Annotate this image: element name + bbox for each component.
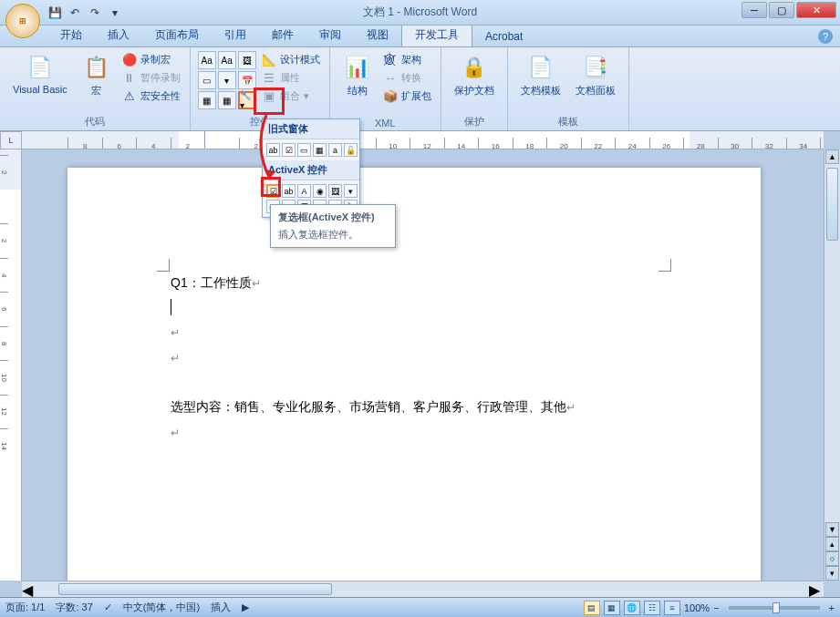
web-view-button[interactable]: 🌐 xyxy=(624,601,640,615)
pause-record-button: ⏸暂停录制 xyxy=(120,69,182,86)
document-page[interactable]: Q1：工作性质↵ ↵ ↵ 选型内容：销售、专业化服务、市场营销、客户服务、行政管… xyxy=(67,168,761,581)
tab-view[interactable]: 视图 xyxy=(354,24,401,46)
work-area: L 86422468101214161820222426283032343638… xyxy=(0,131,840,597)
record-macro-button[interactable]: 🔴录制宏 xyxy=(120,51,182,67)
activex-more-button[interactable]: ▾ xyxy=(344,184,358,198)
building-block-button[interactable]: ▦ xyxy=(198,91,216,109)
macros-button[interactable]: 📋 宏 xyxy=(77,51,117,99)
activex-label-button[interactable]: A xyxy=(297,184,311,198)
status-page[interactable]: 页面: 1/1 xyxy=(5,601,45,614)
legacy-frame-button[interactable]: ▦ xyxy=(313,143,327,157)
expansion-button[interactable]: 📦扩展包 xyxy=(381,87,433,104)
combobox-control-button[interactable]: ▭ xyxy=(198,71,216,89)
status-mode[interactable]: 插入 xyxy=(211,601,231,614)
tab-references[interactable]: 引用 xyxy=(212,24,259,46)
date-control-button[interactable]: 📅 xyxy=(238,71,256,89)
tab-review[interactable]: 审阅 xyxy=(306,24,354,46)
hscroll-thumb[interactable] xyxy=(58,583,332,595)
draft-view-button[interactable]: ≡ xyxy=(664,601,680,615)
dropdown-control-button[interactable]: ▾ xyxy=(218,71,236,89)
undo-icon[interactable]: ↶ xyxy=(67,5,82,20)
text-control-button[interactable]: Aa xyxy=(218,51,236,69)
help-button[interactable]: ? xyxy=(818,29,833,44)
scroll-up-button[interactable]: ▲ xyxy=(825,149,839,164)
document-content[interactable]: Q1：工作性质↵ ↵ ↵ 选型内容：销售、专业化服务、市场营销、客户服务、行政管… xyxy=(171,270,658,445)
zoom-out-button[interactable]: − xyxy=(713,602,719,613)
tab-mail[interactable]: 邮件 xyxy=(259,24,306,46)
protect-document-button[interactable]: 🔒 保护文档 xyxy=(449,51,500,99)
save-icon[interactable]: 💾 xyxy=(47,5,62,20)
browse-prev-button[interactable]: ▴ xyxy=(825,537,839,551)
legacy-tools-cell: ▦ xyxy=(218,91,236,109)
richtext-control-button[interactable]: Aa xyxy=(198,51,216,69)
design-mode-button[interactable]: 📐设计模式 xyxy=(260,51,322,67)
legacy-textfield-button[interactable]: ab xyxy=(266,143,280,157)
vertical-ruler[interactable]: 22468101214 xyxy=(0,149,22,581)
browse-select-button[interactable]: ○ xyxy=(825,551,839,566)
scroll-left-button[interactable]: ◀ xyxy=(22,581,36,597)
office-button[interactable]: ⊞ xyxy=(5,4,40,38)
maximize-button[interactable]: ▢ xyxy=(769,2,794,18)
proofing-icon[interactable]: ✓ xyxy=(104,602,112,613)
group-templates: 📄 文档模板 📑 文档面板 模板 xyxy=(508,47,629,130)
document-viewport[interactable]: Q1：工作性质↵ ↵ ↵ 选型内容：销售、专业化服务、市场营销、客户服务、行政管… xyxy=(22,149,824,581)
document-template-button[interactable]: 📄 文档模板 xyxy=(515,51,566,99)
paragraph-mark-icon: ↵ xyxy=(252,277,261,290)
quick-access-toolbar: 💾 ↶ ↷ ▾ xyxy=(47,5,122,20)
status-language[interactable]: 中文(简体，中国) xyxy=(123,601,200,614)
minimize-button[interactable]: ─ xyxy=(741,2,767,18)
zoom-slider-knob[interactable] xyxy=(773,602,780,613)
scroll-right-button[interactable]: ▶ xyxy=(809,581,824,597)
text-line-1[interactable]: Q1：工作性质↵ xyxy=(171,270,658,295)
group-protect: 🔒 保护文档 保护 xyxy=(441,47,508,130)
vertical-scrollbar[interactable]: ▲ ▼ ▴ ○ ▾ xyxy=(824,149,840,581)
legacy-reset-button[interactable]: 🔓 xyxy=(344,143,358,157)
document-panel-button[interactable]: 📑 文档面板 xyxy=(570,51,621,99)
empty-line-3[interactable]: ↵ xyxy=(171,419,658,445)
legacy-checkbox-button[interactable]: ☑ xyxy=(282,143,296,157)
status-words[interactable]: 字数: 37 xyxy=(56,601,92,614)
schema-button[interactable]: 🕸架构 xyxy=(381,51,433,67)
activex-image-button[interactable]: 🖼 xyxy=(328,184,342,198)
horizontal-scrollbar[interactable]: ◀ ▶ xyxy=(22,581,824,597)
activex-textbox-button[interactable]: ab xyxy=(282,184,296,198)
scroll-down-button[interactable]: ▼ xyxy=(825,522,839,537)
tab-home[interactable]: 开始 xyxy=(47,24,95,46)
scroll-thumb[interactable] xyxy=(826,168,838,241)
legacy-tools-dropdown[interactable]: 🔧▾ xyxy=(238,91,256,109)
ruler-corner[interactable]: L xyxy=(0,131,22,149)
horizontal-ruler[interactable]: 8642246810121416182022242628303234363840… xyxy=(22,131,824,149)
tab-layout[interactable]: 页面布局 xyxy=(142,24,212,46)
visual-basic-button[interactable]: 📄 Visual Basic xyxy=(7,51,73,97)
zoom-slider[interactable] xyxy=(729,606,820,610)
fullscreen-view-button[interactable]: ▦ xyxy=(604,601,620,615)
empty-line-1[interactable]: ↵ xyxy=(171,319,658,344)
macro-record-icon[interactable]: ▶ xyxy=(242,602,249,613)
margin-marker-tr xyxy=(659,259,671,272)
legacy-dropdown-button[interactable]: ▭ xyxy=(297,143,311,157)
structure-button[interactable]: 📊 结构 xyxy=(337,51,378,99)
ribbon-tabs: 开始 插入 页面布局 引用 邮件 审阅 视图 开发工具 Acrobat xyxy=(0,26,840,47)
browse-next-button[interactable]: ▾ xyxy=(825,566,839,581)
legacy-shading-button[interactable]: a xyxy=(328,143,342,157)
picture-control-button[interactable]: 🖼 xyxy=(238,51,256,69)
empty-line-2[interactable]: ↵ xyxy=(171,344,658,370)
qat-dropdown-icon[interactable]: ▾ xyxy=(108,5,122,20)
outline-view-button[interactable]: ☷ xyxy=(644,601,660,615)
print-layout-view-button[interactable]: ▤ xyxy=(584,601,600,615)
zoom-in-button[interactable]: + xyxy=(829,602,835,613)
zoom-level[interactable]: 100% xyxy=(684,602,710,613)
title-bar: ⊞ 💾 ↶ ↷ ▾ 文档 1 - Microsoft Word ─ ▢ ✕ xyxy=(0,0,840,26)
tab-insert[interactable]: 插入 xyxy=(95,24,142,46)
text-line-2[interactable]: 选型内容：销售、专业化服务、市场营销、客户服务、行政管理、其他↵ xyxy=(171,394,658,419)
cursor-line[interactable] xyxy=(171,295,658,319)
activex-option-button[interactable]: ◉ xyxy=(313,184,327,198)
tab-acrobat[interactable]: Acrobat xyxy=(472,26,535,46)
group-button: ▣组合▾ xyxy=(260,87,322,104)
close-button[interactable]: ✕ xyxy=(796,2,836,18)
structure-icon: 📊 xyxy=(343,53,372,82)
activex-checkbox-button[interactable]: ☑ xyxy=(266,184,280,198)
tab-developer[interactable]: 开发工具 xyxy=(401,23,472,46)
redo-icon[interactable]: ↷ xyxy=(88,5,102,20)
macro-security-button[interactable]: ⚠宏安全性 xyxy=(120,87,182,104)
